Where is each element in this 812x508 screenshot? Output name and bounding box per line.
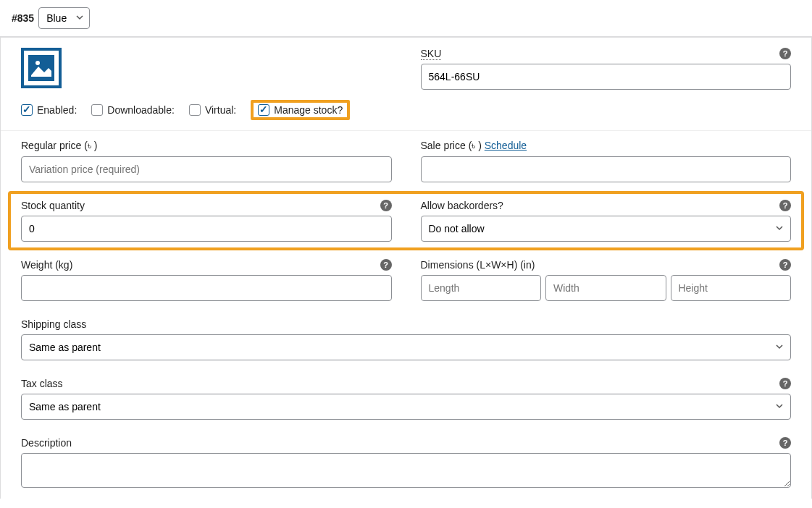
downloadable-checkbox-item[interactable]: Downloadable: — [91, 104, 175, 116]
enabled-checkbox-item[interactable]: Enabled: — [21, 104, 77, 116]
image-icon — [28, 55, 54, 81]
width-input[interactable] — [545, 275, 666, 301]
regular-price-input[interactable] — [21, 156, 392, 182]
dimensions-label: Dimensions (L×W×H) (in) — [421, 259, 792, 271]
manage-stock-checkbox-item[interactable]: Manage stock? — [258, 104, 343, 116]
enabled-checkbox[interactable] — [21, 104, 33, 116]
manage-stock-checkbox[interactable] — [258, 104, 269, 116]
tax-class-select[interactable]: Same as parent — [21, 394, 791, 420]
sku-input[interactable] — [421, 64, 792, 90]
regular-price-label: Regular price (৳ ) — [21, 140, 392, 152]
schedule-link[interactable]: Schedule — [485, 140, 527, 151]
weight-input[interactable] — [21, 275, 392, 301]
variation-id: #835 — [12, 12, 34, 24]
shipping-class-select[interactable]: Same as parent — [21, 334, 791, 360]
virtual-checkbox[interactable] — [189, 104, 201, 116]
height-input[interactable] — [671, 275, 792, 301]
manage-stock-highlight: Manage stock? — [251, 100, 350, 120]
enabled-label: Enabled: — [37, 104, 77, 116]
help-icon[interactable]: ? — [779, 437, 791, 449]
allow-backorders-label: Allow backorders? — [421, 200, 792, 211]
help-icon[interactable]: ? — [380, 259, 392, 271]
virtual-checkbox-item[interactable]: Virtual: — [189, 104, 236, 116]
downloadable-checkbox[interactable] — [91, 104, 103, 116]
svg-point-1 — [35, 61, 40, 65]
help-icon[interactable]: ? — [779, 378, 791, 389]
variation-header: #835 Blue — [0, 0, 812, 37]
stock-quantity-label: Stock quantity — [21, 200, 392, 211]
help-icon[interactable]: ? — [779, 259, 791, 271]
virtual-label: Virtual: — [205, 104, 236, 116]
stock-section-highlight: Stock quantity ? Allow backorders? ? Do … — [8, 191, 804, 250]
manage-stock-label: Manage stock? — [274, 104, 343, 116]
attribute-select[interactable]: Blue — [38, 7, 90, 29]
description-label: Description — [21, 437, 791, 449]
help-icon[interactable]: ? — [380, 200, 392, 211]
help-icon[interactable]: ? — [779, 48, 791, 59]
checkbox-row: Enabled: Downloadable: Virtual: Manage s… — [21, 100, 392, 120]
sku-label: SKU — [421, 48, 792, 59]
length-input[interactable] — [421, 275, 542, 301]
sale-price-label: Sale price (৳ ) Schedule — [421, 140, 792, 152]
sale-price-input[interactable] — [421, 156, 792, 182]
downloadable-label: Downloadable: — [107, 104, 175, 116]
description-textarea[interactable] — [21, 453, 791, 488]
weight-label: Weight (kg) — [21, 259, 392, 271]
tax-class-label: Tax class — [21, 378, 791, 389]
svg-rect-0 — [28, 55, 54, 81]
shipping-class-label: Shipping class — [21, 318, 791, 330]
variation-image-placeholder[interactable] — [21, 48, 62, 88]
allow-backorders-select[interactable]: Do not allow — [421, 216, 792, 242]
help-icon[interactable]: ? — [779, 200, 791, 211]
stock-quantity-input[interactable] — [21, 216, 392, 242]
